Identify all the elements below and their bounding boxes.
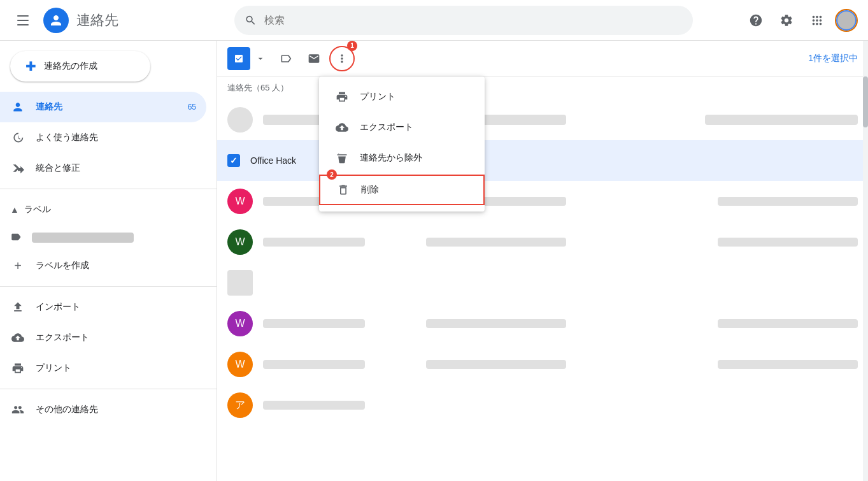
user-avatar-inner (836, 10, 857, 31)
divider-1 (0, 189, 217, 189)
app-title: 連絡先 (76, 11, 118, 30)
sidebar-item-import[interactable]: インポート (0, 292, 206, 322)
menu-export-label: エクスポート (360, 122, 413, 133)
avatar-w2: W (227, 229, 253, 255)
extra-placeholder-1 (705, 115, 858, 125)
plus-label-icon: + (10, 259, 25, 273)
scrollbar-thumb (863, 76, 868, 127)
avatar-placeholder-2 (227, 270, 253, 296)
extra-bar-w4 (718, 360, 858, 369)
extra-bar-w2 (718, 238, 858, 247)
step-1-badge: 1 (347, 41, 357, 51)
select-all-button[interactable] (227, 47, 250, 70)
avatar-w1: W (227, 189, 253, 214)
contact-row-w3[interactable]: W (217, 303, 868, 344)
avatar-w3: W (227, 311, 253, 336)
hamburger-icon (17, 15, 29, 25)
main-content: 1 1件を選択中 連絡先（65 人） ✓ Office Hack gmail.c… (217, 41, 868, 481)
sidebar-item-frequently[interactable]: よく使う連絡先 (0, 122, 206, 153)
toolbar: 1 1件を選択中 (217, 41, 868, 76)
print-menu-icon (334, 90, 350, 103)
create-contact-button[interactable]: ✚ 連絡先の作成 (10, 51, 150, 82)
cloud-upload-icon (10, 331, 25, 344)
chevron-up-icon: ▲ (10, 205, 19, 215)
import-label: インポート (36, 301, 80, 313)
menu-item-remove[interactable]: 連絡先から除外 (319, 143, 485, 173)
email-bar-w4 (426, 360, 566, 369)
name-bar-w4 (263, 360, 365, 369)
contacts-badge: 65 (188, 103, 196, 111)
contact-row-w2[interactable]: W (217, 222, 868, 262)
print-icon-sidebar (10, 362, 25, 375)
contact-icon (10, 101, 25, 113)
export-label: エクスポート (36, 332, 89, 343)
selected-count: 1件を選択中 (808, 53, 858, 64)
checkbox-officehack[interactable]: ✓ (227, 154, 240, 167)
scrollbar[interactable] (863, 41, 868, 481)
app-avatar-icon (43, 8, 69, 33)
placeholder-row-1 (217, 99, 868, 140)
label-button[interactable] (273, 46, 299, 71)
sidebar-merge-label: 統合と修正 (36, 162, 80, 174)
cloud-menu-icon (334, 121, 350, 134)
email-bar-w3 (426, 319, 566, 328)
remove-contact-menu-icon (334, 152, 350, 164)
labels-section-title: ラベル (24, 204, 51, 215)
menu-item-print[interactable]: プリント (319, 82, 485, 112)
checkmark-icon: ✓ (230, 155, 238, 166)
create-contact-label: 連絡先の作成 (44, 61, 97, 72)
extra-bar-w1 (718, 197, 858, 206)
more-button-wrapper: 1 (329, 46, 355, 71)
contacts-header: 連絡先（65 人） (217, 76, 868, 99)
sidebar-item-contacts[interactable]: 連絡先 65 (0, 92, 206, 122)
sidebar-item-print[interactable]: プリント (0, 353, 206, 384)
search-bar (234, 6, 693, 35)
clock-icon (10, 131, 25, 144)
search-input[interactable] (264, 15, 683, 26)
label-bar (32, 233, 134, 243)
extra-bar-w3 (718, 319, 858, 328)
divider-2 (0, 286, 217, 287)
create-label-label: ラベルを作成 (36, 260, 89, 271)
hamburger-button[interactable] (10, 8, 36, 33)
select-dropdown[interactable] (253, 47, 268, 70)
avatar-placeholder-1 (227, 107, 253, 133)
contact-row-w1[interactable]: W (217, 181, 868, 222)
settings-button[interactable] (774, 8, 799, 33)
trash-menu-icon (336, 183, 351, 196)
contact-row-w4[interactable]: W (217, 344, 868, 385)
name-bar-w2 (263, 238, 365, 247)
name-bar-w3 (263, 319, 365, 328)
merge-icon (10, 162, 25, 175)
divider-3 (0, 389, 217, 389)
app-layout: ✚ 連絡先の作成 連絡先 65 よく使う連絡先 (0, 41, 868, 481)
step-2-badge: 2 (327, 169, 337, 180)
plus-icon: ✚ (25, 59, 36, 74)
menu-item-export[interactable]: エクスポート (319, 112, 485, 143)
placeholder-row-2 (217, 262, 868, 303)
send-email-button[interactable] (301, 46, 327, 71)
contacts-count-label: 連絡先（65 人） (227, 82, 288, 94)
sidebar-item-other[interactable]: その他の連絡先 (0, 394, 206, 425)
search-icon (245, 14, 257, 27)
user-avatar[interactable] (835, 9, 858, 32)
email-bar-w2 (426, 238, 566, 247)
help-button[interactable] (743, 8, 769, 33)
menu-item-delete[interactable]: 削除 2 (319, 175, 485, 205)
avatar-a: ア (227, 392, 253, 418)
labels-section-header[interactable]: ▲ ラベル (0, 194, 217, 225)
sidebar-item-merge[interactable]: 統合と修正 (0, 153, 206, 183)
contact-row-officehack[interactable]: ✓ Office Hack gmail.com (217, 140, 868, 181)
other-contacts-label: その他の連絡先 (36, 404, 98, 415)
header-left: 連絡先 (10, 8, 227, 33)
sidebar-item-export[interactable]: エクスポート (0, 322, 206, 353)
apps-button[interactable] (804, 8, 830, 33)
sidebar-frequently-label: よく使う連絡先 (36, 132, 98, 143)
sidebar-contacts-label: 連絡先 (36, 101, 62, 113)
app-header: 連絡先 (0, 0, 868, 41)
label-item-1[interactable] (0, 225, 217, 250)
menu-print-label: プリント (360, 91, 395, 103)
contact-row-a[interactable]: ア (217, 385, 868, 426)
create-label-item[interactable]: + ラベルを作成 (0, 250, 206, 281)
print-label: プリント (36, 363, 71, 374)
